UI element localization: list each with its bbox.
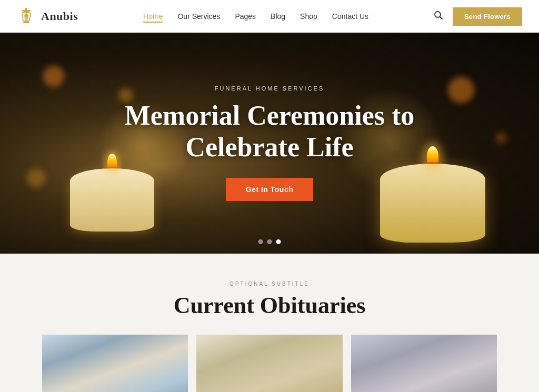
hero-title-line2: Celebrate Life — [185, 132, 353, 162]
svg-line-42 — [263, 368, 264, 370]
svg-point-37 — [264, 371, 267, 374]
obituary-image-3 — [351, 335, 497, 392]
svg-point-53 — [428, 360, 437, 374]
nav-item-pages[interactable]: Pages — [235, 12, 256, 21]
svg-line-7 — [440, 16, 442, 19]
svg-point-14 — [84, 359, 107, 375]
svg-rect-4 — [25, 17, 28, 22]
nav-item-blog[interactable]: Blog — [271, 12, 285, 21]
svg-rect-47 — [458, 352, 487, 392]
svg-rect-32 — [260, 384, 280, 392]
svg-point-17 — [91, 371, 94, 374]
nav-item-shop[interactable]: Shop — [300, 12, 317, 21]
obituary-grid — [42, 335, 497, 392]
obituary-card-1[interactable] — [42, 335, 188, 392]
svg-rect-40 — [270, 370, 276, 375]
nav-link-home[interactable]: Home — [143, 12, 163, 23]
svg-rect-46 — [361, 357, 380, 392]
search-icon — [434, 11, 443, 20]
svg-point-30 — [266, 371, 288, 383]
hero-title: Memorial Ceremonies to Celebrate Life — [125, 100, 415, 163]
svg-point-18 — [97, 371, 100, 374]
svg-point-60 — [427, 370, 430, 373]
slider-dots — [258, 239, 281, 244]
hero-cta-button[interactable]: Get In Touch — [226, 178, 314, 201]
svg-point-31 — [250, 379, 289, 392]
send-flowers-button[interactable]: Send Flowers — [453, 7, 522, 26]
obituary-card-3[interactable] — [351, 335, 497, 392]
svg-point-33 — [258, 360, 281, 383]
svg-rect-10 — [154, 347, 164, 367]
svg-point-15 — [84, 363, 93, 375]
svg-point-49 — [402, 378, 446, 392]
svg-point-59 — [419, 370, 422, 373]
svg-point-19 — [72, 380, 89, 392]
nav-right: Send Flowers — [434, 7, 522, 26]
svg-point-62 — [428, 373, 434, 376]
svg-rect-8 — [42, 337, 188, 392]
nav-link-services[interactable]: Our Services — [177, 12, 220, 21]
nav-link-blog[interactable]: Blog — [271, 12, 285, 21]
svg-rect-39 — [263, 370, 270, 375]
slider-dot-3[interactable] — [276, 239, 281, 244]
nav-item-home[interactable]: Home — [143, 12, 163, 21]
svg-point-36 — [274, 362, 282, 371]
obituary-photo-2 — [196, 335, 342, 392]
svg-point-20 — [102, 380, 119, 392]
section-subtitle: OPTIONAL SUBTITLE — [42, 281, 497, 287]
svg-rect-24 — [211, 337, 259, 386]
svg-rect-23 — [196, 337, 342, 392]
nav-link-shop[interactable]: Shop — [300, 12, 317, 21]
bokeh-5 — [27, 169, 45, 187]
svg-point-38 — [271, 371, 274, 374]
nav-link-pages[interactable]: Pages — [235, 12, 256, 21]
bokeh-3 — [448, 77, 474, 103]
svg-point-61 — [414, 373, 420, 376]
nav-link-contact[interactable]: Contact Us — [332, 12, 368, 21]
nav-item-contact[interactable]: Contact Us — [332, 12, 368, 21]
obituary-card-2[interactable] — [196, 335, 342, 392]
svg-point-21 — [139, 369, 159, 392]
svg-point-16 — [98, 363, 107, 375]
bokeh-1 — [43, 66, 64, 87]
svg-rect-55 — [425, 369, 432, 374]
obituary-image-2 — [196, 335, 342, 392]
svg-point-29 — [253, 370, 272, 382]
svg-line-43 — [275, 368, 276, 370]
obituary-photo-1 — [42, 335, 188, 392]
section-title: Current Obituaries — [42, 292, 497, 319]
hero-content: FUNERAL HOME SERVICES Memorial Ceremonie… — [125, 85, 415, 201]
svg-rect-5 — [23, 22, 29, 23]
svg-rect-54 — [417, 369, 424, 374]
bokeh-4 — [495, 132, 507, 144]
search-button[interactable] — [434, 11, 443, 23]
svg-rect-27 — [265, 381, 274, 392]
svg-point-12 — [78, 375, 113, 392]
svg-point-51 — [412, 357, 435, 370]
obituary-image-1 — [42, 335, 188, 392]
nav-menu: Home Our Services Pages Blog Shop Contac… — [143, 12, 368, 21]
nav-item-services[interactable]: Our Services — [177, 12, 220, 21]
slider-dot-1[interactable] — [258, 239, 263, 244]
svg-point-13 — [85, 361, 106, 383]
obituaries-section: OPTIONAL SUBTITLE Current Obituaries — [0, 254, 539, 392]
svg-point-35 — [257, 362, 265, 371]
svg-point-50 — [412, 358, 436, 383]
svg-point-28 — [255, 373, 284, 390]
hero-title-line1: Memorial Ceremonies to — [125, 100, 415, 130]
slider-dot-2[interactable] — [267, 239, 272, 244]
flame-left — [107, 154, 117, 169]
obituary-photo-3 — [351, 335, 497, 392]
brand-name: Anubis — [41, 9, 78, 23]
svg-rect-9 — [139, 343, 178, 371]
hero-eyebrow: FUNERAL HOME SERVICES — [125, 85, 415, 92]
logo[interactable]: Anubis — [17, 7, 78, 26]
flame-right — [427, 146, 438, 165]
navbar: Anubis Home Our Services Pages Blog Shop… — [0, 0, 539, 33]
hero-section: FUNERAL HOME SERVICES Memorial Ceremonie… — [0, 33, 539, 254]
svg-point-34 — [259, 359, 281, 369]
svg-rect-44 — [351, 337, 497, 392]
svg-rect-48 — [438, 371, 477, 391]
svg-point-52 — [410, 360, 420, 374]
svg-rect-45 — [351, 367, 497, 392]
